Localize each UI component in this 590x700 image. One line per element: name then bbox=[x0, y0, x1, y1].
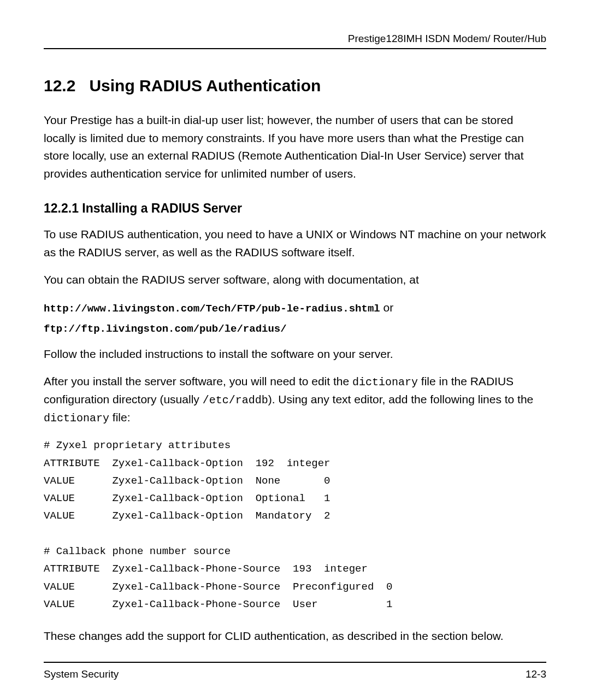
page-container: Prestige128IMH ISDN Modem/ Router/Hub 12… bbox=[0, 0, 590, 700]
inline-code-dictionary-1: dictionary bbox=[352, 376, 418, 389]
paragraph-2: You can obtain the RADIUS server softwar… bbox=[44, 271, 546, 289]
url-2[interactable]: ftp://ftp.livingston.com/pub/le/radius/ bbox=[44, 323, 287, 335]
paragraph-1: To use RADIUS authentication, you need t… bbox=[44, 226, 546, 261]
p4-pre: After you install the server software, y… bbox=[44, 375, 352, 387]
or-text: or bbox=[384, 301, 394, 314]
running-header: Prestige128IMH ISDN Modem/ Router/Hub bbox=[44, 33, 546, 49]
section-title: Using RADIUS Authentication bbox=[89, 77, 321, 95]
intro-paragraph: Your Prestige has a built-in dial-up use… bbox=[44, 111, 546, 183]
inline-code-raddb: /etc/raddb bbox=[203, 394, 268, 407]
url-1[interactable]: http://www.livingston.com/Tech/FTP/pub-l… bbox=[44, 303, 380, 315]
paragraph-3: Follow the included instructions to inst… bbox=[44, 345, 546, 363]
section-heading: 12.2 Using RADIUS Authentication bbox=[44, 77, 546, 95]
inline-code-dictionary-2: dictionary bbox=[44, 412, 109, 425]
p4-mid2: ). Using any text editor, add the follow… bbox=[268, 393, 534, 405]
closing-paragraph: These changes add the support for CLID a… bbox=[44, 627, 546, 645]
section-number: 12.2 bbox=[44, 77, 75, 95]
dictionary-code-block: # Zyxel proprietary attributes ATTRIBUTE… bbox=[44, 437, 546, 613]
footer-right: 12-3 bbox=[526, 668, 546, 680]
paragraph-4: After you install the server software, y… bbox=[44, 373, 546, 427]
p4-end: file: bbox=[109, 411, 131, 423]
footer-left: System Security bbox=[44, 668, 119, 680]
url-line-2: ftp://ftp.livingston.com/pub/le/radius/ bbox=[44, 319, 546, 337]
page-footer: System Security 12-3 bbox=[44, 662, 546, 680]
subsection-heading: 12.2.1 Installing a RADIUS Server bbox=[44, 201, 546, 216]
url-line-1: http://www.livingston.com/Tech/FTP/pub-l… bbox=[44, 299, 546, 317]
